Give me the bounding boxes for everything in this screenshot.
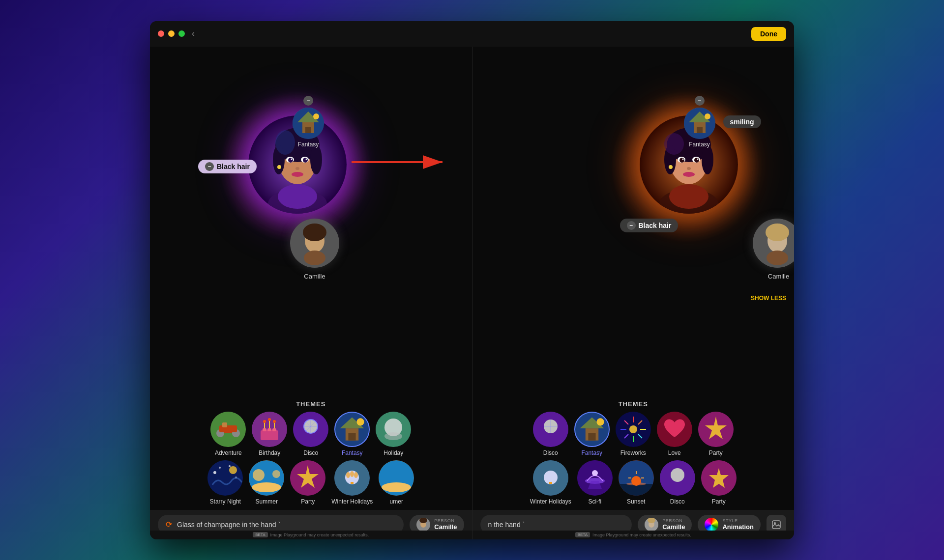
left-prompt-text: Glass of champagne in the hand ` [177, 521, 396, 529]
left-fantasy-minus[interactable]: − [303, 96, 313, 106]
left-camille-minus[interactable]: − [332, 219, 339, 222]
svg-point-25 [304, 251, 325, 265]
left-beta-bar: BETA Image Playground may create unexpec… [150, 531, 472, 539]
svg-point-107 [766, 224, 789, 241]
svg-point-92 [679, 158, 684, 163]
svg-point-108 [767, 251, 788, 265]
svg-point-136 [592, 470, 598, 476]
right-themes-label: THEMES [480, 395, 787, 412]
theme-r-party2[interactable]: Party [701, 460, 737, 505]
left-fantasy-icon [293, 108, 324, 139]
left-themes-row1: Adventure [158, 412, 464, 456]
right-style-name: Animation [722, 523, 754, 531]
theme-winter-holidays[interactable]: Winter Holidays [331, 460, 373, 505]
svg-point-119 [629, 425, 637, 433]
right-prompt-text: n the hand ` [488, 521, 624, 529]
svg-point-69 [272, 470, 280, 478]
theme-starry-night[interactable]: Starry Night [207, 460, 243, 505]
svg-point-9 [288, 158, 293, 163]
theme-party[interactable]: Party [290, 460, 325, 505]
right-person-info: PERSON Camille [662, 518, 685, 531]
theme-r-scifi-label: Sci-fi [588, 498, 601, 505]
theme-r-sunset[interactable]: Sunset [619, 460, 654, 505]
svg-point-64 [229, 465, 231, 467]
theme-fantasy[interactable]: Fantasy [334, 412, 370, 456]
left-camille-label: Camille [290, 273, 339, 280]
svg-point-62 [213, 471, 216, 474]
theme-r-scifi[interactable]: Sci-fi [577, 460, 613, 505]
theme-r-party2-label: Party [712, 498, 726, 505]
theme-r-fantasy[interactable]: Fantasy [574, 412, 610, 456]
svg-point-40 [263, 420, 266, 423]
left-black-hair-tag: − Black hair [198, 160, 257, 173]
theme-r-love-label: Love [668, 449, 681, 456]
svg-point-61 [229, 466, 237, 474]
theme-holiday-label: Holiday [384, 449, 403, 456]
theme-r-sunset-label: Sunset [627, 498, 645, 505]
svg-point-44 [273, 420, 276, 423]
theme-r-disco[interactable]: Disco [533, 412, 568, 456]
right-themes-row1: Disco Fantasy [480, 412, 787, 456]
theme-party-label: Party [301, 498, 315, 505]
svg-point-95 [697, 158, 698, 160]
svg-point-63 [219, 467, 221, 469]
theme-umer-label: umer [390, 498, 403, 505]
svg-point-99 [669, 184, 708, 209]
svg-point-68 [253, 469, 265, 481]
right-person-role: PERSON [662, 518, 685, 523]
theme-holiday[interactable]: Holiday [376, 412, 411, 456]
theme-summer-label: Summer [256, 498, 278, 505]
right-camille-label: Camille [754, 273, 795, 280]
svg-point-146 [671, 468, 684, 482]
left-fantasy-theme-badge: − Fantasy [293, 96, 324, 148]
theme-adventure[interactable]: Adventure [210, 412, 246, 456]
theme-starry-night-label: Starry Night [210, 498, 241, 505]
theme-r-love[interactable]: Love [657, 412, 692, 456]
svg-rect-133 [549, 482, 552, 484]
svg-point-59 [384, 432, 402, 440]
right-fantasy-minus[interactable]: − [695, 96, 705, 106]
app-window: ‹ Done [150, 21, 794, 539]
arrow [352, 152, 450, 172]
theme-summer[interactable]: Summer [249, 460, 284, 505]
right-style-role: STYLE [722, 518, 754, 523]
svg-point-13 [292, 172, 303, 177]
right-black-hair-minus[interactable]: − [627, 221, 636, 230]
theme-umer[interactable]: umer [379, 460, 414, 505]
left-prompt-icon: ⟳ [166, 520, 172, 529]
right-camille-chip-avatar [645, 518, 658, 532]
svg-rect-20 [305, 127, 311, 133]
theme-birthday[interactable]: Birthday [252, 412, 287, 456]
left-fantasy-label: Fantasy [298, 141, 319, 148]
left-camille-avatar: − [290, 219, 339, 268]
theme-r-fantasy-label: Fantasy [581, 449, 602, 456]
theme-disco[interactable]: Disco [293, 412, 328, 456]
minimize-button[interactable] [168, 30, 175, 37]
svg-point-6 [275, 130, 295, 155]
right-smiling-tag: smiling [723, 115, 761, 128]
svg-point-12 [306, 158, 307, 160]
done-button[interactable]: Done [751, 27, 786, 41]
left-black-hair-minus[interactable]: − [205, 162, 214, 171]
back-button[interactable]: ‹ [192, 28, 195, 39]
svg-point-93 [694, 158, 699, 163]
theme-r-party-row1[interactable]: Party [698, 412, 734, 456]
theme-r-winter[interactable]: Winter Holidays [530, 460, 571, 505]
right-themes-row2: Winter Holidays [480, 460, 787, 505]
svg-rect-37 [267, 428, 271, 431]
theme-r-fireworks[interactable]: Fireworks [616, 412, 651, 456]
theme-r-disco2[interactable]: Disco [660, 460, 695, 505]
show-less-button[interactable]: SHOW LESS [751, 295, 786, 302]
right-fantasy-theme-badge: − Fantasy [684, 96, 715, 148]
theme-r-party-row1-label: Party [709, 449, 723, 456]
theme-winter-holidays-label: Winter Holidays [331, 498, 373, 505]
right-black-hair-tag: − Black hair [620, 219, 678, 232]
close-button[interactable] [158, 30, 164, 37]
svg-rect-116 [588, 433, 595, 440]
svg-point-94 [682, 158, 683, 160]
theme-adventure-label: Adventure [215, 449, 242, 456]
svg-rect-77 [351, 482, 354, 484]
theme-fantasy-label: Fantasy [342, 449, 363, 456]
svg-point-21 [313, 113, 319, 119]
maximize-button[interactable] [178, 30, 185, 37]
